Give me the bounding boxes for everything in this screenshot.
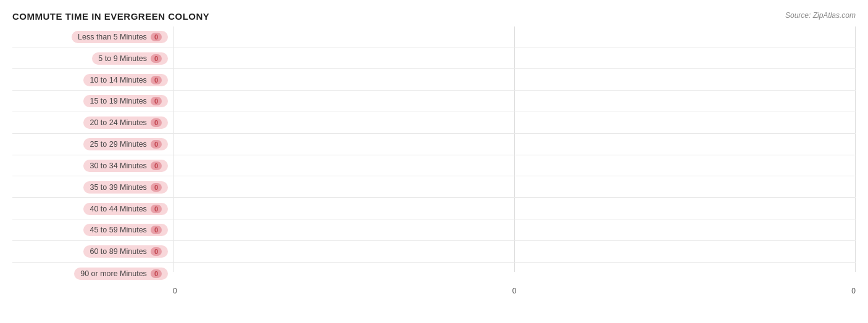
chart-container: COMMUTE TIME IN EVERGREEN COLONY Source:… — [0, 0, 868, 323]
bar-value: 0 — [151, 269, 162, 278]
bar-label: 20 to 24 Minutes — [90, 118, 146, 127]
source-text: Source: ZipAtlas.com — [785, 11, 856, 20]
bar-label: 35 to 39 Minutes — [90, 183, 146, 192]
bar-label: 10 to 14 Minutes — [90, 76, 146, 84]
bar-row: 90 or more Minutes0 — [12, 263, 856, 284]
bar-label: 5 to 9 Minutes — [98, 54, 147, 63]
x-axis: 000 — [173, 284, 856, 295]
bar-row: 25 to 29 Minutes0 — [12, 134, 856, 155]
bars-section: Less than 5 Minutes05 to 9 Minutes010 to… — [12, 27, 856, 284]
bar-row: 60 to 89 Minutes0 — [12, 242, 856, 263]
bar-label: 45 to 59 Minutes — [90, 226, 146, 234]
bar-value: 0 — [151, 97, 162, 105]
bar-label: 90 or more Minutes — [80, 269, 147, 278]
bar-value: 0 — [151, 247, 162, 256]
bar-value: 0 — [151, 118, 162, 127]
chart-title: COMMUTE TIME IN EVERGREEN COLONY — [12, 11, 856, 22]
chart-area: Less than 5 Minutes05 to 9 Minutes010 to… — [12, 27, 856, 295]
bar-row: 30 to 34 Minutes0 — [12, 155, 856, 176]
bar-row: 20 to 24 Minutes0 — [12, 113, 856, 134]
bar-value: 0 — [151, 183, 162, 192]
bar-value: 0 — [151, 205, 162, 213]
bar-value: 0 — [151, 226, 162, 234]
bar-row: 40 to 44 Minutes0 — [12, 198, 856, 219]
bar-value: 0 — [151, 140, 162, 149]
bar-label: 60 to 89 Minutes — [90, 247, 146, 256]
bar-row: Less than 5 Minutes0 — [12, 27, 856, 47]
bar-row: 5 to 9 Minutes0 — [12, 48, 856, 69]
bar-label: 15 to 19 Minutes — [90, 97, 146, 105]
bar-label: 30 to 34 Minutes — [90, 162, 146, 170]
bar-label: 25 to 29 Minutes — [90, 140, 146, 149]
bar-row: 45 to 59 Minutes0 — [12, 220, 856, 241]
bar-value: 0 — [151, 54, 162, 63]
bar-value: 0 — [151, 33, 162, 41]
grid-and-bars: Less than 5 Minutes05 to 9 Minutes010 to… — [12, 27, 856, 284]
bar-value: 0 — [151, 162, 162, 170]
bar-row: 35 to 39 Minutes0 — [12, 177, 856, 198]
bar-row: 10 to 14 Minutes0 — [12, 70, 856, 91]
bar-value: 0 — [151, 76, 162, 84]
x-axis-label: 0 — [512, 287, 517, 295]
x-axis-label: 0 — [173, 287, 177, 295]
bar-label: 40 to 44 Minutes — [90, 205, 146, 213]
bar-row: 15 to 19 Minutes0 — [12, 91, 856, 112]
bar-label: Less than 5 Minutes — [78, 33, 147, 41]
x-axis-label: 0 — [851, 287, 856, 295]
